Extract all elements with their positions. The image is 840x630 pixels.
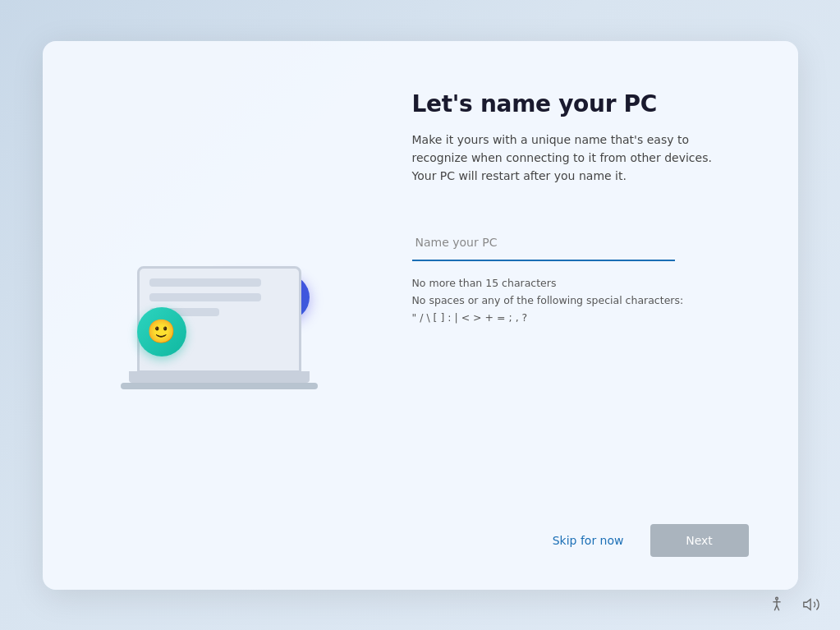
input-wrapper: [412, 225, 749, 261]
svg-point-0: [776, 597, 778, 600]
page-description: Make it yours with a unique name that's …: [412, 131, 716, 186]
svg-marker-5: [804, 600, 810, 610]
illustration-panel: 🙂: [43, 41, 396, 590]
illustration: 🙂: [112, 225, 326, 406]
hint-line-3: " / \ [ ] : | < > + = ; , ?: [412, 309, 749, 326]
pc-name-input[interactable]: [412, 225, 675, 261]
next-button[interactable]: Next: [650, 524, 749, 557]
content-panel: Let's name your PC Make it yours with a …: [396, 41, 798, 590]
smiley-face-icon: 🙂: [147, 318, 176, 345]
setup-card: 🙂 Let's name your PC Make it yours with …: [43, 41, 798, 590]
page-title: Let's name your PC: [412, 90, 749, 117]
screen-line-1: [149, 278, 261, 287]
volume-icon[interactable]: [802, 596, 820, 617]
emoji-bubble: 🙂: [137, 307, 186, 356]
hint-line-2: No spaces or any of the following specia…: [412, 292, 749, 309]
input-hints: No more than 15 characters No spaces or …: [412, 274, 749, 327]
laptop-foot: [121, 383, 318, 389]
skip-for-now-button[interactable]: Skip for now: [536, 526, 640, 555]
svg-line-3: [774, 605, 777, 610]
action-area: Skip for now Next: [412, 508, 749, 557]
screen-line-2: [149, 293, 261, 301]
svg-line-4: [777, 605, 779, 610]
bottom-icons: [768, 596, 820, 617]
accessibility-icon[interactable]: [768, 596, 786, 617]
laptop-base: [129, 371, 310, 383]
hint-line-1: No more than 15 characters: [412, 274, 749, 292]
content-main: Let's name your PC Make it yours with a …: [412, 90, 749, 508]
